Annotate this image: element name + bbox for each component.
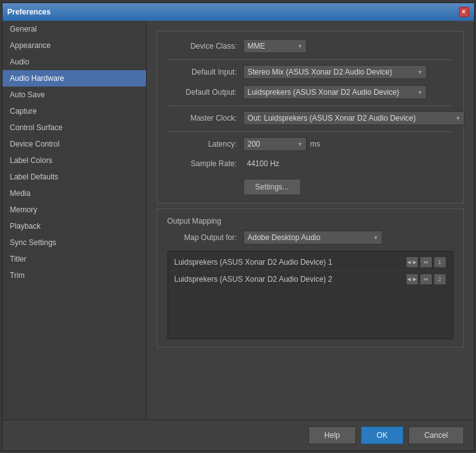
settings-button[interactable]: Settings... (243, 179, 301, 195)
divider1 (168, 59, 453, 60)
output-mapping-section: Output Mapping Map Output for: Adobe Des… (157, 208, 464, 347)
sample-rate-value: 44100 Hz (243, 157, 283, 170)
sidebar-item-media[interactable]: Media (3, 185, 146, 202)
device-class-select-wrapper[interactable]: MME (243, 39, 307, 53)
ok-button[interactable]: OK (361, 426, 403, 444)
output-mono-button[interactable]: ◄► (406, 274, 418, 285)
output-num-button[interactable]: 1 (434, 257, 446, 268)
default-output-select-wrapper[interactable]: Luidsprekers (ASUS Xonar D2 Audio Device… (243, 85, 427, 99)
output-swap-button[interactable]: ⇔ (420, 257, 432, 268)
latency-select[interactable]: 200 (243, 137, 307, 151)
output-num-button[interactable]: 2 (434, 274, 446, 285)
default-input-row: Default Input: Stereo Mix (ASUS Xonar D2… (168, 65, 453, 79)
sidebar-item-sync-settings[interactable]: Sync Settings (3, 234, 146, 251)
sidebar-item-audio[interactable]: Audio (3, 54, 146, 70)
sidebar-item-appearance[interactable]: Appearance (3, 37, 146, 54)
latency-unit: ms (310, 140, 320, 148)
output-mono-button[interactable]: ◄► (406, 257, 418, 268)
master-clock-select-wrapper[interactable]: Out: Luidsprekers (ASUS Xonar D2 Audio D… (243, 111, 465, 125)
default-input-select[interactable]: Stereo Mix (ASUS Xonar D2 Audio Device) (243, 65, 427, 79)
sample-rate-row: Sample Rate: 44100 Hz (168, 157, 453, 170)
output-item-controls: ◄►⇔1 (406, 257, 446, 268)
main-content: Device Class: MME Default Input: Stereo … (147, 21, 474, 420)
device-class-select[interactable]: MME (243, 39, 307, 53)
default-output-row: Default Output: Luidsprekers (ASUS Xonar… (168, 85, 453, 99)
output-item-controls: ◄►⇔2 (406, 274, 446, 285)
output-mapping-title: Output Mapping (168, 217, 453, 226)
latency-select-wrapper[interactable]: 200 (243, 137, 307, 151)
sidebar-item-titler[interactable]: Titler (3, 251, 146, 267)
sidebar-item-trim[interactable]: Trim (3, 267, 146, 284)
device-class-label: Device Class: (168, 42, 243, 51)
cancel-button[interactable]: Cancel (408, 426, 463, 444)
output-item-label: Luidsprekers (ASUS Xonar D2 Audio Device… (174, 275, 333, 284)
output-item: Luidsprekers (ASUS Xonar D2 Audio Device… (171, 271, 450, 287)
settings-button-row: Settings... (168, 176, 453, 195)
close-button[interactable]: × (459, 7, 469, 17)
map-output-row: Map Output for: Adobe Desktop Audio (168, 231, 453, 245)
dialog-body: GeneralAppearanceAudioAudio HardwareAuto… (3, 21, 474, 420)
sidebar-item-label-colors[interactable]: Label Colors (3, 152, 146, 169)
sidebar-item-memory[interactable]: Memory (3, 202, 146, 218)
default-output-label: Default Output: (168, 88, 243, 97)
default-input-select-wrapper[interactable]: Stereo Mix (ASUS Xonar D2 Audio Device) (243, 65, 427, 79)
latency-row: Latency: 200 ms (168, 137, 453, 151)
preferences-dialog: Preferences × GeneralAppearanceAudioAudi… (2, 3, 475, 451)
default-input-label: Default Input: (168, 68, 243, 76)
map-output-select-wrapper[interactable]: Adobe Desktop Audio (243, 231, 382, 245)
output-swap-button[interactable]: ⇔ (420, 274, 432, 285)
sidebar-item-general[interactable]: General (3, 21, 146, 37)
sidebar-item-auto-save[interactable]: Auto Save (3, 87, 146, 103)
sidebar-item-device-control[interactable]: Device Control (3, 136, 146, 152)
sidebar-item-playback[interactable]: Playback (3, 218, 146, 234)
device-class-row: Device Class: MME (168, 39, 453, 53)
help-button[interactable]: Help (308, 426, 356, 444)
divider2 (168, 106, 453, 106)
dialog-footer: Help OK Cancel (3, 420, 474, 450)
sidebar-item-audio-hardware[interactable]: Audio Hardware (3, 70, 146, 87)
master-clock-row: Master Clock: Out: Luidsprekers (ASUS Xo… (168, 111, 453, 125)
default-output-select[interactable]: Luidsprekers (ASUS Xonar D2 Audio Device… (243, 85, 427, 99)
output-item-label: Luidsprekers (ASUS Xonar D2 Audio Device… (174, 258, 333, 267)
master-clock-label: Master Clock: (168, 114, 243, 123)
sample-rate-label: Sample Rate: (168, 159, 243, 168)
dialog-title: Preferences (8, 8, 51, 16)
sidebar-item-label-defaults[interactable]: Label Defaults (3, 169, 146, 185)
sidebar-item-capture[interactable]: Capture (3, 103, 146, 119)
output-item: Luidsprekers (ASUS Xonar D2 Audio Device… (171, 254, 450, 271)
map-output-select[interactable]: Adobe Desktop Audio (243, 231, 382, 245)
title-bar: Preferences × (3, 3, 474, 21)
device-settings-section: Device Class: MME Default Input: Stereo … (157, 31, 464, 203)
map-output-label: Map Output for: (168, 233, 243, 242)
latency-label: Latency: (168, 140, 243, 148)
sidebar-item-control-surface[interactable]: Control Surface (3, 119, 146, 136)
divider3 (168, 131, 453, 132)
master-clock-select[interactable]: Out: Luidsprekers (ASUS Xonar D2 Audio D… (243, 111, 465, 125)
sidebar: GeneralAppearanceAudioAudio HardwareAuto… (3, 21, 147, 420)
output-list: Luidsprekers (ASUS Xonar D2 Audio Device… (168, 251, 453, 339)
